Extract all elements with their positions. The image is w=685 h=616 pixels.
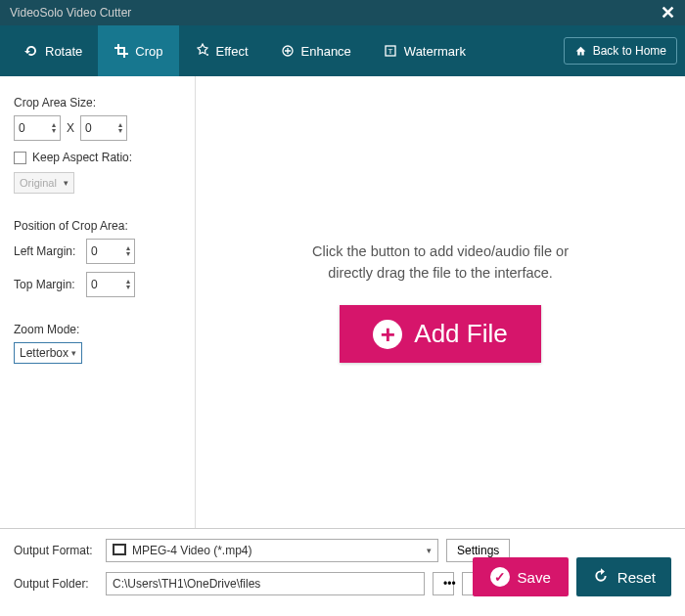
- enhance-tab[interactable]: Enhance: [264, 25, 367, 76]
- chevron-down-icon: ▾: [71, 348, 76, 358]
- position-label: Position of Crop Area:: [14, 219, 181, 233]
- reset-button[interactable]: Reset: [576, 557, 671, 596]
- top-margin-input[interactable]: 0▴▾: [86, 272, 135, 297]
- output-format-select[interactable]: MPEG-4 Video (*.mp4) ▾: [106, 539, 438, 562]
- format-icon: [113, 544, 126, 558]
- titlebar: VideoSolo Video Cutter ✕: [0, 0, 685, 25]
- spinner-arrows-icon[interactable]: ▴▾: [52, 122, 56, 134]
- watermark-icon: T: [383, 43, 398, 59]
- left-margin-label: Left Margin:: [14, 244, 78, 258]
- enhance-icon: [280, 43, 296, 59]
- svg-rect-5: [114, 546, 124, 553]
- top-margin-label: Top Margin:: [14, 278, 78, 291]
- effect-tab[interactable]: Effect: [179, 25, 264, 76]
- crop-tab[interactable]: Crop: [98, 25, 178, 76]
- output-format-label: Output Format:: [14, 544, 98, 557]
- drop-hint: Click the button to add video/audio file…: [312, 242, 569, 285]
- spinner-arrows-icon[interactable]: ▴▾: [126, 245, 130, 257]
- watermark-tab[interactable]: T Watermark: [367, 25, 481, 76]
- crop-width-input[interactable]: 0▴▾: [14, 115, 61, 141]
- chevron-down-icon: ▾: [64, 178, 68, 188]
- zoom-label: Zoom Mode:: [14, 323, 181, 336]
- sidebar: Crop Area Size: 0▴▾ X 0▴▾ Keep Aspect Ra…: [0, 76, 196, 528]
- svg-text:T: T: [388, 47, 392, 56]
- preview-area[interactable]: Click the button to add video/audio file…: [196, 76, 685, 528]
- crop-height-input[interactable]: 0▴▾: [80, 115, 127, 141]
- spinner-arrows-icon[interactable]: ▴▾: [118, 122, 122, 134]
- save-button[interactable]: ✓ Save: [473, 557, 569, 596]
- svg-point-0: [206, 54, 208, 56]
- main-area: Crop Area Size: 0▴▾ X 0▴▾ Keep Aspect Ra…: [0, 76, 685, 528]
- reset-icon: [592, 567, 610, 588]
- back-home-button[interactable]: Back to Home: [564, 37, 677, 65]
- output-folder-label: Output Folder:: [14, 577, 98, 591]
- action-buttons: ✓ Save Reset: [473, 557, 671, 596]
- check-circle-icon: ✓: [490, 567, 510, 587]
- aspect-ratio-select[interactable]: Original ▾: [14, 172, 74, 194]
- app-title: VideoSolo Video Cutter: [10, 6, 131, 20]
- crop-icon: [114, 43, 129, 59]
- keep-ratio-checkbox[interactable]: [14, 152, 26, 164]
- effect-icon: [195, 43, 210, 59]
- chevron-down-icon: ▾: [427, 546, 432, 555]
- rotate-tab[interactable]: Rotate: [8, 25, 98, 76]
- keep-ratio-label: Keep Aspect Ratio:: [32, 151, 132, 164]
- output-folder-input[interactable]: C:\Users\TH1\OneDrive\files: [106, 572, 425, 595]
- close-icon[interactable]: ✕: [661, 2, 675, 23]
- rotate-icon: [23, 43, 39, 59]
- spinner-arrows-icon[interactable]: ▴▾: [126, 279, 130, 290]
- x-separator: X: [67, 121, 74, 135]
- zoom-mode-select[interactable]: Letterbox ▾: [14, 342, 82, 364]
- browse-button[interactable]: •••: [433, 572, 454, 595]
- left-margin-input[interactable]: 0▴▾: [86, 239, 135, 264]
- toolbar: Rotate Crop Effect Enhance T Watermark B…: [0, 25, 685, 76]
- home-icon: [574, 45, 587, 58]
- add-file-button[interactable]: Add File: [340, 305, 540, 363]
- plus-circle-icon: [373, 320, 402, 349]
- crop-size-label: Crop Area Size:: [14, 96, 181, 110]
